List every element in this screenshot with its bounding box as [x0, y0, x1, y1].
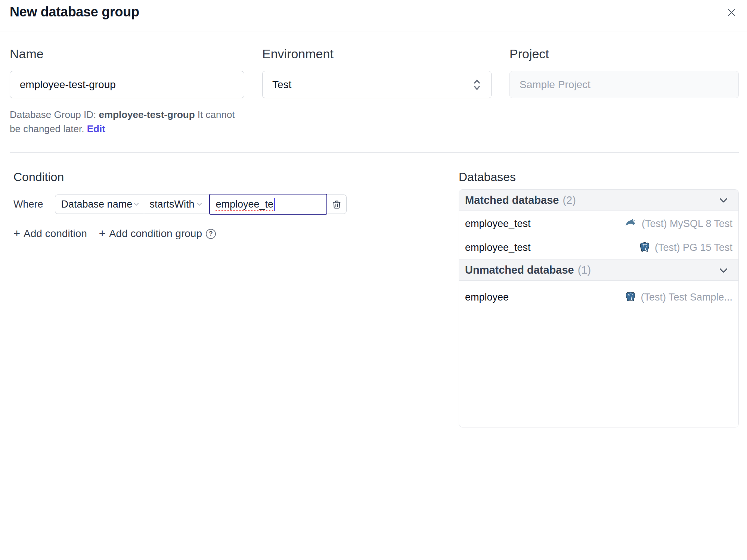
environment-select[interactable]: Test: [262, 71, 492, 98]
name-input-value: employee-test-group: [20, 79, 116, 91]
form-grid: Name employee-test-group Database Group …: [10, 46, 739, 136]
environment-label: Environment: [262, 46, 492, 61]
matched-database-title: Matched database: [465, 194, 559, 206]
instance-label: (Test) MySQL 8 Test: [642, 218, 732, 230]
matched-database-header[interactable]: Matched database(2): [459, 190, 738, 211]
databases-section: Databases Matched database(2) employee_t…: [459, 169, 739, 427]
database-row[interactable]: employee (Test) Test Sample...: [459, 285, 738, 309]
section-divider: [10, 152, 739, 153]
unmatched-database-title: Unmatched database: [465, 264, 574, 276]
chevron-down-icon: [195, 200, 204, 208]
chevron-down-icon: [132, 200, 140, 208]
condition-section: Condition Where Database name startsWith…: [10, 169, 459, 427]
group-id-note-prefix: Database Group ID:: [10, 109, 99, 120]
select-updown-icon: [472, 78, 481, 91]
close-icon: [726, 7, 737, 18]
close-button[interactable]: [726, 7, 737, 19]
database-row[interactable]: employee_test (Test) PG 15 Test: [459, 236, 738, 259]
project-field-group: Project Sample Project: [509, 46, 739, 136]
chevron-down-icon: [718, 265, 729, 276]
database-name: employee: [465, 292, 509, 303]
unmatched-database-count: (1): [578, 264, 591, 276]
page-title: New database group: [10, 4, 139, 20]
postgresql-elephant-icon: [624, 291, 637, 304]
condition-operator-select[interactable]: startsWith: [144, 195, 209, 214]
add-condition-button[interactable]: + Add condition: [13, 227, 87, 240]
condition-links: + Add condition + Add condition group ?: [13, 227, 459, 240]
name-input[interactable]: employee-test-group: [10, 71, 244, 98]
plus-icon: +: [13, 227, 20, 240]
database-instance: (Test) Test Sample...: [624, 291, 732, 304]
condition-field-select[interactable]: Database name: [55, 195, 144, 214]
database-row[interactable]: employee_test (Test) MySQL 8 Test: [459, 212, 738, 236]
instance-label: (Test) Test Sample...: [641, 292, 732, 303]
project-input: Sample Project: [509, 71, 739, 98]
database-instance: (Test) PG 15 Test: [638, 241, 732, 254]
databases-panel: Matched database(2) employee_test (Test)…: [459, 189, 739, 427]
add-condition-label: Add condition: [24, 228, 87, 240]
group-id-value: employee-test-group: [99, 109, 195, 120]
instance-label: (Test) PG 15 Test: [655, 242, 732, 253]
add-condition-group-label: Add condition group: [109, 228, 202, 240]
condition-operator-value: startsWith: [150, 199, 195, 210]
environment-select-value: Test: [272, 79, 291, 91]
project-label: Project: [509, 46, 739, 61]
mysql-dolphin-icon: [624, 217, 638, 230]
project-input-value: Sample Project: [520, 79, 591, 91]
help-icon[interactable]: ?: [206, 229, 216, 239]
condition-heading: Condition: [13, 169, 459, 184]
database-name: employee_test: [465, 242, 531, 253]
plus-icon: +: [99, 227, 106, 240]
matched-database-list: employee_test (Test) MySQL 8 Test employ…: [459, 211, 738, 259]
dialog-body: Name employee-test-group Database Group …: [0, 46, 747, 427]
condition-field-value: Database name: [61, 199, 133, 210]
unmatched-database-list: employee (Test) Test Sample...: [459, 281, 738, 309]
add-condition-group-button[interactable]: + Add condition group ?: [99, 227, 216, 240]
group-id-note: Database Group ID: employee-test-group I…: [10, 108, 244, 136]
condition-group: Database name startsWith employee_te: [55, 195, 347, 215]
condition-row: Where Database name startsWith employee_…: [13, 195, 459, 215]
edit-link[interactable]: Edit: [87, 123, 105, 134]
condition-value-text: employee_te: [216, 199, 274, 210]
postgresql-elephant-icon: [638, 241, 651, 254]
matched-database-count: (2): [562, 194, 576, 206]
trash-icon: [332, 199, 342, 209]
text-caret: [274, 198, 275, 211]
databases-heading: Databases: [459, 169, 739, 184]
delete-condition-button[interactable]: [327, 195, 347, 214]
condition-value-input[interactable]: employee_te: [209, 194, 327, 215]
database-instance: (Test) MySQL 8 Test: [624, 217, 732, 230]
name-label: Name: [10, 46, 244, 61]
database-name: employee_test: [465, 218, 531, 230]
chevron-down-icon: [718, 195, 729, 206]
unmatched-database-header[interactable]: Unmatched database(1): [459, 259, 738, 281]
name-field-group: Name employee-test-group Database Group …: [10, 46, 244, 136]
where-label: Where: [13, 195, 43, 214]
environment-field-group: Environment Test: [262, 46, 492, 136]
dialog-header: New database group: [0, 0, 747, 31]
